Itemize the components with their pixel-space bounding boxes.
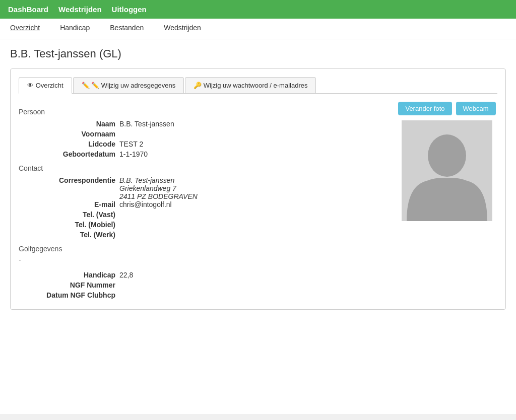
tel-vast-label: Tel. (Vast)	[19, 211, 119, 219]
tel-mobiel-label: Tel. (Mobiel)	[19, 221, 119, 229]
nav-uitloggen[interactable]: Uitloggen	[112, 5, 147, 14]
email-label: E-mail	[19, 200, 119, 208]
top-navbar: DashBoard Wedstrijden Uitloggen	[0, 0, 516, 19]
correspondentie-address: B.B. Test-janssen Griekenlandweg 7 2411 …	[119, 176, 198, 200]
pencil-icon: ✏️	[82, 82, 90, 89]
secnav-overzicht[interactable]: Overzicht	[10, 24, 40, 34]
page-content: B.B. Test-janssen (GL) 👁 Overzicht ✏️ ✏️…	[0, 39, 516, 414]
secnav-wedstrijden[interactable]: Wedstrijden	[164, 24, 201, 34]
address-line2: Griekenlandweg 7	[119, 184, 198, 192]
verander-foto-button[interactable]: Verander foto	[398, 102, 452, 115]
golf-section-title: Golfgegevens	[19, 245, 386, 253]
contact-section-title: Contact	[19, 164, 386, 172]
secondary-navbar: Overzicht Handicap Bestanden Wedstrijden	[0, 19, 516, 39]
naam-row: Naam B.B. Test-janssen	[19, 120, 386, 128]
handicap-label: Handicap	[19, 271, 119, 279]
naam-value: B.B. Test-janssen	[119, 120, 174, 128]
tab-bar: 👁 Overzicht ✏️ ✏️ Wijzig uw adresgegeven…	[19, 77, 497, 94]
email-row: E-mail chris@intogolf.nl	[19, 200, 386, 208]
key-icon: 🔑	[194, 82, 202, 89]
ngf-nummer-row: NGF Nummer	[19, 281, 386, 289]
lidcode-label: Lidcode	[19, 140, 119, 148]
secnav-bestanden[interactable]: Bestanden	[110, 24, 144, 34]
tab-overzicht-label: Overzicht	[36, 82, 63, 89]
naam-label: Naam	[19, 120, 119, 128]
geboortedatum-value: 1-1-1970	[119, 150, 148, 158]
page-title: B.B. Test-janssen (GL)	[10, 47, 506, 60]
persoon-section-title: Persoon	[19, 108, 386, 116]
info-section: Persoon Naam B.B. Test-janssen Voornaam …	[19, 102, 386, 301]
geboortedatum-row: Geboortedatum 1-1-1970	[19, 150, 386, 158]
voornaam-row: Voornaam	[19, 130, 386, 138]
email-value: chris@intogolf.nl	[119, 200, 172, 208]
tab-container: 👁 Overzicht ✏️ ✏️ Wijzig uw adresgegeven…	[10, 68, 506, 310]
ngf-nummer-label: NGF Nummer	[19, 281, 119, 289]
secnav-handicap[interactable]: Handicap	[60, 24, 90, 34]
golf-backtick: `	[19, 259, 386, 267]
lidcode-value: TEST 2	[119, 140, 143, 148]
datum-ngf-row: Datum NGF Clubhcp	[19, 291, 386, 299]
avatar	[402, 120, 492, 221]
nav-wedstrijden[interactable]: Wedstrijden	[58, 5, 102, 14]
handicap-value: 22,8	[119, 271, 133, 279]
webcam-button[interactable]: Webcam	[456, 102, 496, 115]
correspondentie-label: Correspondentie	[19, 176, 119, 184]
svg-point-1	[428, 134, 466, 177]
avatar-silhouette	[402, 120, 492, 221]
tab-wachtwoord-label: Wijzig uw wachtwoord / e-mailadres	[204, 82, 308, 89]
tel-vast-row: Tel. (Vast)	[19, 211, 386, 219]
tab-wachtwoord[interactable]: 🔑 Wijzig uw wachtwoord / e-mailadres	[185, 77, 316, 93]
photo-section: Verander foto Webcam	[397, 102, 497, 301]
tel-werk-label: Tel. (Werk)	[19, 231, 119, 239]
address-line1: B.B. Test-janssen	[119, 176, 198, 184]
correspondentie-row: Correspondentie B.B. Test-janssen Grieke…	[19, 176, 386, 200]
nav-dashboard[interactable]: DashBoard	[8, 5, 48, 14]
geboortedatum-label: Geboortedatum	[19, 150, 119, 158]
handicap-row: Handicap 22,8	[19, 271, 386, 279]
lidcode-row: Lidcode TEST 2	[19, 140, 386, 148]
tel-mobiel-row: Tel. (Mobiel)	[19, 221, 386, 229]
tab-adres-label: ✏️ Wijzig uw adresgegevens	[91, 82, 175, 89]
tab-adres[interactable]: ✏️ ✏️ Wijzig uw adresgegevens	[73, 77, 184, 93]
voornaam-label: Voornaam	[19, 130, 119, 138]
datum-ngf-label: Datum NGF Clubhcp	[19, 291, 119, 299]
tel-werk-row: Tel. (Werk)	[19, 231, 386, 239]
address-line3: 2411 PZ BODEGRAVEN	[119, 192, 198, 200]
photo-buttons: Verander foto Webcam	[398, 102, 495, 115]
tab-content-area: Persoon Naam B.B. Test-janssen Voornaam …	[19, 102, 497, 301]
eye-icon: 👁	[27, 82, 34, 89]
tab-overzicht[interactable]: 👁 Overzicht	[19, 77, 72, 94]
